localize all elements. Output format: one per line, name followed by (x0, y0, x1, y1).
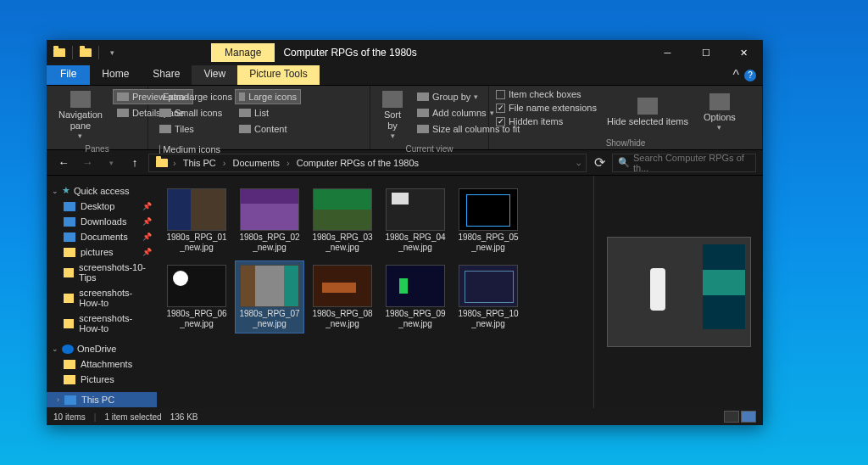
search-placeholder: Search Computer RPGs of th... (633, 153, 750, 173)
group-label: Show/hide (496, 137, 755, 148)
sidebar-item-attachments[interactable]: Attachments (47, 356, 157, 372)
file-name: 1980s_RPG_02_new.jpg (239, 232, 300, 253)
content-button[interactable]: Content (235, 121, 301, 137)
navigation-pane-button[interactable]: Navigation pane▾ (53, 89, 108, 143)
file-item[interactable]: 1980s_RPG_03_new.jpg (308, 184, 377, 257)
file-item[interactable]: 1980s_RPG_07_new.jpg (235, 261, 304, 333)
thumbnail (313, 188, 372, 231)
sort-by-button[interactable]: Sort by▾ (377, 89, 408, 143)
maximize-button[interactable]: ☐ (687, 40, 725, 65)
file-list[interactable]: 1980s_RPG_01_new.jpg 1980s_RPG_02_new.jp… (157, 176, 593, 408)
file-item[interactable]: 1980s_RPG_09_new.jpg (381, 261, 450, 333)
file-item[interactable]: 1980s_RPG_01_new.jpg (162, 184, 231, 257)
sidebar-item-pictures[interactable]: pictures📌 (47, 244, 157, 260)
forward-button[interactable]: → (77, 153, 97, 173)
hidden-items-checkbox[interactable]: Hidden items (496, 116, 597, 126)
picture-tools-tab[interactable]: Picture Tools (237, 65, 319, 85)
separator (72, 46, 73, 59)
preview-image (607, 237, 751, 347)
file-tab[interactable]: File (47, 65, 90, 85)
refresh-button[interactable]: ⟳ (590, 154, 609, 171)
file-item[interactable]: 1980s_RPG_02_new.jpg (235, 184, 304, 257)
sidebar-item-folder[interactable]: screenshots-How-to (47, 285, 157, 311)
titlebar: ▾ Manage Computer RPGs of the 1980s ─ ☐ … (47, 40, 763, 65)
close-button[interactable]: ✕ (725, 40, 763, 65)
file-name: 1980s_RPG_05_new.jpg (458, 232, 519, 253)
sidebar-item-documents[interactable]: Documents📌 (47, 229, 157, 244)
file-name: 1980s_RPG_10_new.jpg (458, 309, 519, 329)
thumbnail (167, 188, 226, 231)
file-item[interactable]: 1980s_RPG_08_new.jpg (308, 261, 377, 333)
details-view-icon[interactable] (724, 411, 739, 423)
ribbon-group-current-view: Sort by▾ Group by▾ Add columns▾ Size all… (370, 86, 489, 149)
ribbon-tabs: File Home Share View Picture Tools ^ ? (47, 65, 763, 86)
sidebar-item-folder[interactable]: screenshots-How-to (47, 311, 157, 336)
ribbon-group-layout: Extra large icons Small icons Tiles Larg… (148, 86, 370, 149)
sidebar-item-folder[interactable]: screenshots-10-Tips (47, 260, 157, 285)
breadcrumb-segment[interactable]: This PC (180, 156, 220, 170)
file-item[interactable]: 1980s_RPG_04_new.jpg (381, 184, 450, 257)
tiles-button[interactable]: Tiles (155, 121, 230, 137)
file-item[interactable]: 1980s_RPG_10_new.jpg (453, 261, 523, 333)
extra-large-icons-button[interactable]: Extra large icons (155, 89, 230, 104)
folder-icon (52, 45, 67, 60)
onedrive-header[interactable]: ⌄OneDrive (47, 341, 157, 356)
content-area: ⌄★Quick access Desktop📌 Downloads📌 Docum… (47, 176, 763, 408)
file-item[interactable]: 1980s_RPG_05_new.jpg (453, 184, 523, 257)
thumbnail (459, 188, 518, 231)
thumbnail (313, 265, 372, 307)
address-bar[interactable]: › This PC› Documents› Computer RPGs of t… (148, 154, 587, 172)
ribbon-group-panes: Navigation pane▾ Preview pane Details pa… (47, 86, 148, 149)
selection-size: 136 KB (170, 412, 198, 422)
window-title: Computer RPGs of the 1980s (283, 47, 416, 59)
file-name: 1980s_RPG_09_new.jpg (385, 309, 446, 329)
manage-contextual-tab[interactable]: Manage (211, 43, 275, 62)
pin-icon: 📌 (142, 232, 152, 241)
thumbnail (167, 265, 226, 307)
item-checkboxes-checkbox[interactable]: Item check boxes (496, 89, 597, 99)
file-name: 1980s_RPG_03_new.jpg (312, 232, 373, 253)
file-extensions-checkbox[interactable]: File name extensions (496, 103, 597, 113)
file-name: 1980s_RPG_04_new.jpg (385, 232, 446, 253)
help-icon[interactable]: ? (744, 70, 756, 81)
pin-icon: 📌 (142, 202, 152, 210)
large-icons-button[interactable]: Large icons (235, 89, 301, 104)
back-button[interactable]: ← (53, 153, 74, 173)
breadcrumb-segment[interactable]: Documents (229, 156, 283, 170)
share-tab[interactable]: Share (141, 65, 192, 85)
file-name: 1980s_RPG_06_new.jpg (166, 309, 227, 329)
sidebar-item-downloads[interactable]: Downloads📌 (47, 214, 157, 229)
up-button[interactable]: ↑ (125, 153, 145, 173)
ribbon: Navigation pane▾ Preview pane Details pa… (47, 86, 763, 150)
view-tab[interactable]: View (192, 65, 237, 85)
sidebar-item-desktop[interactable]: Desktop📌 (47, 199, 157, 214)
sidebar-item-pictures[interactable]: Pictures (47, 372, 157, 387)
file-item[interactable]: 1980s_RPG_06_new.jpg (162, 261, 231, 333)
hide-selected-button[interactable]: Hide selected items (602, 89, 693, 137)
window-controls: ─ ☐ ✕ (648, 40, 763, 65)
sidebar-item-network[interactable]: ›Network (47, 407, 157, 408)
folder-icon (78, 45, 93, 60)
expand-ribbon-icon[interactable]: ^ (732, 68, 739, 83)
selection-count: 1 item selected (104, 412, 161, 422)
small-icons-button[interactable]: Small icons (155, 105, 230, 120)
thumbnail (459, 265, 518, 307)
chevron-down-icon[interactable]: ⌵ (576, 159, 581, 167)
file-name: 1980s_RPG_07_new.jpg (239, 309, 300, 329)
options-button[interactable]: Options▾ (698, 89, 741, 137)
recent-locations-button[interactable]: ▾ (101, 153, 121, 173)
thumbnail (386, 188, 445, 231)
breadcrumb-segment[interactable]: Computer RPGs of the 1980s (293, 156, 422, 170)
ribbon-group-show-hide: Item check boxes File name extensions Hi… (489, 86, 763, 149)
separator (98, 46, 99, 59)
minimize-button[interactable]: ─ (648, 40, 687, 65)
sidebar-item-this-pc[interactable]: ›This PC (47, 392, 157, 407)
search-icon: 🔍 (618, 157, 630, 168)
large-icons-view-icon[interactable] (741, 411, 756, 423)
chevron-down-icon[interactable]: ▾ (104, 45, 120, 60)
quick-access-header[interactable]: ⌄★Quick access (47, 182, 157, 199)
search-box[interactable]: 🔍 Search Computer RPGs of th... (612, 154, 756, 172)
pin-icon: 📌 (142, 248, 152, 256)
list-button[interactable]: List (235, 105, 301, 120)
home-tab[interactable]: Home (90, 65, 141, 85)
